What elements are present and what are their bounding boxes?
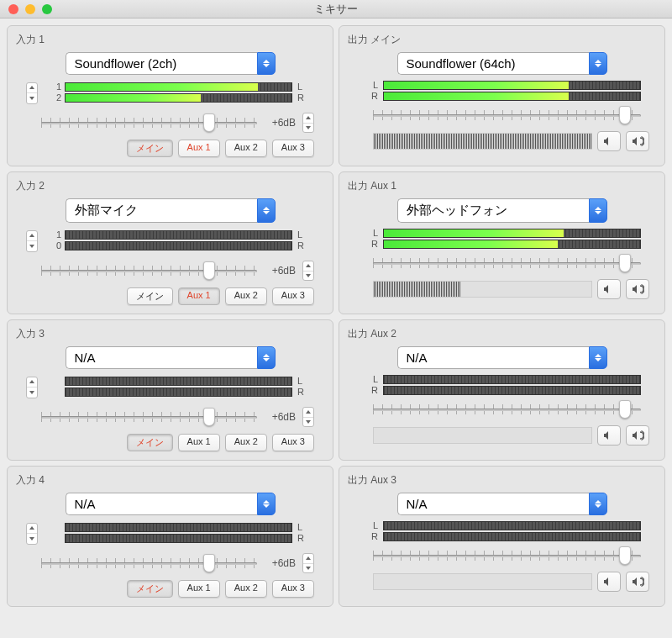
chevron-updown-icon[interactable] bbox=[257, 198, 276, 223]
volume-slider[interactable] bbox=[41, 115, 257, 130]
stepper-down-icon[interactable] bbox=[303, 272, 313, 281]
slider-thumb[interactable] bbox=[203, 554, 215, 572]
speaker-low-button[interactable] bbox=[597, 279, 621, 299]
volume-slider[interactable] bbox=[41, 263, 257, 278]
chevron-updown-icon[interactable] bbox=[589, 493, 607, 515]
volume-slider[interactable] bbox=[41, 409, 257, 424]
input-panel-0: 入力 1 Soundflower (2ch) 1 L 2 R +6dB bbox=[7, 25, 333, 166]
channel-label: L bbox=[371, 80, 383, 90]
speaker-high-button[interactable] bbox=[626, 425, 649, 446]
stepper-down-icon[interactable] bbox=[303, 418, 313, 427]
level-meter-r bbox=[65, 388, 292, 397]
channel-label: R bbox=[292, 92, 304, 103]
stepper-up-icon[interactable] bbox=[303, 408, 313, 418]
channel-label: R bbox=[371, 239, 383, 249]
stepper-up-icon[interactable] bbox=[303, 113, 313, 124]
route-button-1[interactable]: Aux 1 bbox=[178, 434, 220, 451]
level-meter-l bbox=[383, 81, 641, 90]
stepper-down-icon[interactable] bbox=[303, 124, 313, 133]
route-button-3[interactable]: Aux 3 bbox=[272, 140, 314, 157]
device-select[interactable]: 外部マイク bbox=[66, 198, 276, 223]
db-stepper[interactable] bbox=[302, 553, 314, 573]
route-buttons: メインAux 1Aux 2Aux 3 bbox=[26, 140, 314, 157]
device-select-value: N/A bbox=[397, 493, 589, 515]
route-button-3[interactable]: Aux 3 bbox=[272, 287, 314, 305]
db-stepper[interactable] bbox=[302, 113, 314, 133]
stepper-up-icon[interactable] bbox=[303, 554, 313, 564]
device-select[interactable]: N/A bbox=[397, 493, 607, 515]
route-button-0[interactable]: メイン bbox=[127, 140, 173, 157]
volume-slider[interactable] bbox=[41, 556, 257, 571]
route-button-2[interactable]: Aux 2 bbox=[225, 580, 267, 598]
device-select-value: Soundflower (64ch) bbox=[397, 52, 589, 75]
volume-slider[interactable] bbox=[373, 108, 641, 123]
slider-thumb[interactable] bbox=[619, 106, 631, 124]
speaker-low-button[interactable] bbox=[597, 425, 621, 446]
speaker-high-button[interactable] bbox=[626, 279, 649, 299]
panel-title: 出力 Aux 1 bbox=[348, 179, 656, 193]
speaker-high-button[interactable] bbox=[626, 572, 649, 592]
chevron-updown-icon[interactable] bbox=[589, 52, 607, 75]
volume-slider[interactable] bbox=[373, 402, 641, 417]
chevron-updown-icon[interactable] bbox=[257, 493, 276, 515]
volume-slider[interactable] bbox=[373, 548, 641, 563]
panel-title: 入力 1 bbox=[16, 33, 324, 47]
channel-label: L bbox=[292, 82, 304, 92]
stepper-up-icon[interactable] bbox=[27, 231, 37, 242]
stepper-down-icon[interactable] bbox=[27, 388, 37, 398]
device-select[interactable]: N/A bbox=[66, 346, 276, 369]
panel-title: 出力 Aux 2 bbox=[348, 327, 656, 341]
route-button-0[interactable]: メイン bbox=[127, 287, 173, 305]
chevron-updown-icon[interactable] bbox=[589, 346, 607, 369]
stepper-up-icon[interactable] bbox=[27, 83, 37, 94]
route-button-2[interactable]: Aux 2 bbox=[225, 434, 267, 451]
route-button-1[interactable]: Aux 1 bbox=[178, 580, 220, 598]
slider-thumb[interactable] bbox=[619, 254, 631, 272]
channel-stepper[interactable] bbox=[26, 377, 38, 398]
slider-thumb[interactable] bbox=[619, 400, 631, 419]
device-select[interactable]: Soundflower (64ch) bbox=[397, 52, 607, 75]
stepper-down-icon[interactable] bbox=[27, 534, 37, 544]
channel-stepper[interactable] bbox=[26, 523, 38, 545]
device-select[interactable]: N/A bbox=[397, 346, 607, 369]
stepper-down-icon[interactable] bbox=[27, 241, 37, 251]
output-panel-2: 出力 Aux 2 N/A L R bbox=[339, 319, 665, 461]
speaker-low-button[interactable] bbox=[597, 131, 621, 151]
volume-slider[interactable] bbox=[373, 256, 641, 271]
route-button-0[interactable]: メイン bbox=[127, 580, 173, 598]
chevron-updown-icon[interactable] bbox=[589, 198, 607, 223]
stepper-down-icon[interactable] bbox=[303, 564, 313, 573]
device-select[interactable]: Soundflower (2ch) bbox=[66, 52, 276, 75]
db-stepper[interactable] bbox=[302, 261, 314, 281]
route-button-1[interactable]: Aux 1 bbox=[178, 287, 220, 305]
route-button-0[interactable]: メイン bbox=[127, 434, 173, 451]
speaker-high-button[interactable] bbox=[626, 131, 649, 151]
output-panel-1: 出力 Aux 1 外部ヘッドフォン L R bbox=[339, 171, 665, 314]
stepper-down-icon[interactable] bbox=[27, 93, 37, 103]
slider-thumb[interactable] bbox=[203, 408, 215, 426]
channel-stepper[interactable] bbox=[26, 82, 38, 104]
level-meter-l bbox=[65, 82, 292, 92]
route-button-2[interactable]: Aux 2 bbox=[225, 287, 267, 305]
device-select[interactable]: 外部ヘッドフォン bbox=[397, 198, 607, 223]
slider-thumb[interactable] bbox=[203, 261, 215, 280]
chevron-updown-icon[interactable] bbox=[257, 52, 276, 75]
speaker-low-button[interactable] bbox=[597, 572, 621, 592]
chevron-updown-icon[interactable] bbox=[257, 346, 276, 369]
db-stepper[interactable] bbox=[302, 407, 314, 427]
route-button-1[interactable]: Aux 1 bbox=[178, 140, 220, 157]
stepper-up-icon[interactable] bbox=[27, 377, 37, 388]
output-waveform bbox=[373, 573, 592, 590]
stepper-up-icon[interactable] bbox=[27, 524, 37, 535]
channel-label: L bbox=[292, 229, 304, 240]
route-button-2[interactable]: Aux 2 bbox=[225, 140, 267, 157]
slider-thumb[interactable] bbox=[619, 546, 631, 565]
slider-thumb[interactable] bbox=[203, 113, 215, 132]
device-select[interactable]: N/A bbox=[66, 493, 276, 515]
stepper-up-icon[interactable] bbox=[303, 261, 313, 272]
route-button-3[interactable]: Aux 3 bbox=[272, 434, 314, 451]
channel-stepper[interactable] bbox=[26, 230, 38, 252]
route-button-3[interactable]: Aux 3 bbox=[272, 580, 314, 598]
channel-label: R bbox=[371, 385, 383, 395]
channel-number: 1 bbox=[50, 82, 65, 92]
